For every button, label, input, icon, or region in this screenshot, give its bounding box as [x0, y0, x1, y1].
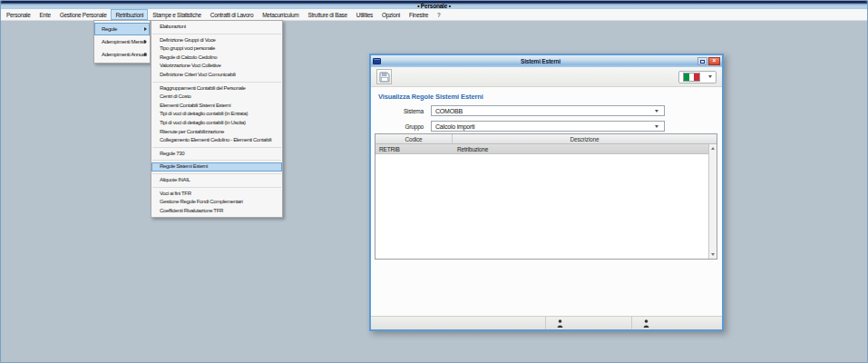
sistemi-esterni-dialog: Sistemi Esterni × Visualizza Regole Sist…	[369, 54, 724, 331]
dialog-window-icon	[373, 58, 381, 64]
sistema-field-row: Sistema COMOBB	[371, 105, 722, 116]
cell-descrizione: Retribuzione	[453, 146, 717, 152]
chevron-down-icon	[708, 75, 712, 78]
menu-item[interactable]: Valorizzazione Voci Collettive	[151, 62, 282, 71]
statusbar-cell	[545, 317, 631, 329]
menu-item[interactable]: Coefficienti Rivalutazione TFR	[151, 207, 282, 216]
column-header-codice: Codice	[375, 134, 453, 143]
menu-item[interactable]: Elementi Contabili Sistemi Esterni	[151, 102, 282, 111]
table-header: Codice Descrizione	[375, 134, 717, 144]
menu-item[interactable]: Centri di Costo	[151, 93, 282, 102]
scroll-down-icon[interactable]	[711, 253, 715, 256]
menu-item[interactable]: Voci ai fini TFR	[151, 190, 282, 199]
dialog-titlebar[interactable]: Sistemi Esterni ×	[371, 55, 722, 67]
italian-flag-icon	[683, 73, 700, 82]
menu-personale[interactable]: Personale	[2, 9, 35, 20]
scroll-up-icon[interactable]	[711, 147, 715, 150]
gruppo-label: Gruppo	[371, 123, 424, 130]
person-icon	[643, 319, 649, 328]
menu-item-label: Adempimenti Annuali	[102, 52, 147, 57]
menu-ente[interactable]: Ente	[35, 9, 55, 20]
menu-item-adempimenti-mensili[interactable]: Adempimenti Mensili	[94, 35, 150, 48]
table-row[interactable]: RETRIB Retribuzione	[375, 144, 717, 154]
menu-stampe-e-statistiche[interactable]: Stampe e Statistiche	[148, 9, 206, 20]
gruppo-value: Calcolo importi	[435, 123, 655, 130]
regole-submenu: Elaborazioni Definizione Gruppi di Voce …	[151, 20, 283, 218]
menu-item[interactable]: Definizione Criteri Voci Comunicabili	[151, 71, 282, 80]
menu-gestione-personale[interactable]: Gestione Personale	[55, 9, 112, 20]
menu-item[interactable]: Definizione Gruppi di Voce	[151, 36, 282, 45]
menu-help[interactable]: ?	[433, 9, 444, 20]
dialog-toolbar	[371, 67, 722, 87]
menu-separator	[152, 187, 281, 188]
chevron-down-icon	[655, 125, 658, 128]
sistema-label: Sistema	[371, 108, 424, 114]
chevron-down-icon	[655, 110, 658, 113]
menu-item-adempimenti-annuali[interactable]: Adempimenti Annuali	[94, 48, 150, 61]
floppy-disk-icon	[379, 72, 390, 83]
menu-item-label: Adempimenti Mensili	[102, 39, 146, 44]
menu-retribuzioni[interactable]: Retribuzioni	[111, 9, 148, 20]
menu-item-regole-730[interactable]: Regole 730	[151, 150, 282, 159]
column-header-descrizione: Descrizione	[453, 134, 717, 143]
menu-item-label: Regole	[102, 26, 117, 32]
sistema-select[interactable]: COMOBB	[431, 105, 665, 116]
menu-item[interactable]: Raggruppamenti Contabili del Personale	[151, 84, 282, 93]
submenu-arrow-icon	[144, 53, 147, 56]
submenu-arrow-icon	[144, 27, 147, 31]
dialog-body: Visualizza Regole Sistemi Esterni Sistem…	[371, 87, 722, 316]
menu-item[interactable]: Tipi di voci di dettaglio contabili (in …	[151, 119, 282, 128]
menu-item[interactable]: Collegamento Elementi Cedolino - Element…	[151, 136, 282, 145]
menu-opzioni[interactable]: Opzioni	[377, 9, 405, 20]
menu-strutture-di-base[interactable]: Strutture di Base	[303, 9, 351, 20]
page-title: Visualizza Regole Sistemi Esterni	[378, 93, 722, 101]
gruppo-select[interactable]: Calcolo importi	[431, 121, 665, 132]
menu-item-elaborazioni[interactable]: Elaborazioni	[151, 23, 282, 32]
menu-item[interactable]: Tipi di voci di dettaglio contabili (in …	[151, 110, 282, 119]
cell-codice: RETRIB	[375, 146, 453, 152]
menu-separator	[152, 173, 281, 174]
person-icon	[557, 319, 563, 328]
sistema-value: COMOBB	[435, 108, 655, 114]
menu-finestre[interactable]: Finestre	[405, 9, 433, 20]
retribuzioni-dropdown-menu: Regole Adempimenti Mensili Adempimenti A…	[93, 20, 151, 64]
gruppo-field-row: Gruppo Calcolo importi	[371, 121, 722, 132]
main-titlebar: • Personale •	[0, 0, 868, 9]
dialog-statusbar	[371, 316, 722, 329]
restore-icon	[700, 60, 705, 64]
statusbar-cell	[631, 317, 717, 329]
menu-item[interactable]: Ritenute per Contabilizzazione	[151, 128, 282, 137]
dialog-title: Sistemi Esterni	[384, 58, 697, 64]
close-button[interactable]: ×	[708, 57, 720, 65]
save-button[interactable]	[376, 69, 392, 84]
menu-item-regole-sistemi-esterni[interactable]: Regole Sistemi Esterni	[151, 162, 282, 172]
menu-item-regole[interactable]: Regole	[94, 23, 150, 35]
language-dropdown[interactable]	[678, 71, 717, 83]
menu-separator	[152, 34, 281, 34]
menu-item-aliquote-inail[interactable]: Aliquote INAIL	[151, 176, 282, 185]
menu-item[interactable]: Tipo gruppi voci personale	[151, 44, 282, 54]
menu-utilities[interactable]: Utilities	[352, 9, 377, 20]
restore-button[interactable]	[697, 57, 707, 65]
submenu-arrow-icon	[144, 40, 147, 44]
menu-item[interactable]: Gestione Regole Fondi Complementari	[151, 198, 282, 207]
menu-item[interactable]: Regole di Calcolo Cedolino	[151, 54, 282, 63]
table-scrollbar[interactable]	[708, 144, 717, 259]
menu-separator	[152, 147, 281, 148]
menu-separator	[152, 82, 281, 83]
menu-separator	[152, 160, 281, 161]
menu-metacurriculum[interactable]: Metacurriculum	[258, 9, 303, 20]
menu-contratti-di-lavoro[interactable]: Contratti di Lavoro	[206, 9, 258, 20]
rules-table: Codice Descrizione RETRIB Retribuzione	[375, 133, 717, 260]
main-window-title: • Personale •	[417, 3, 451, 9]
